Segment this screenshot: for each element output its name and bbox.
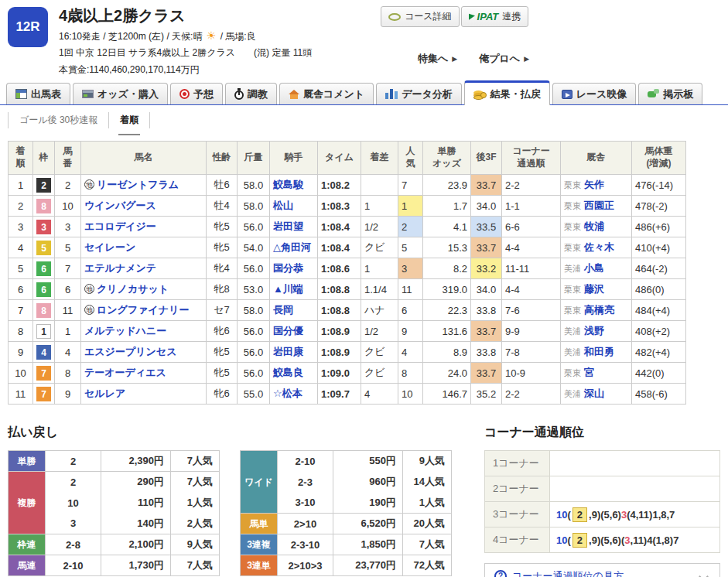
payout-row: 複勝2290円7人気	[9, 472, 220, 493]
jockey-link[interactable]: 岩田康	[273, 346, 303, 357]
results-table-head: 着 順枠馬 番馬名性齢斤量騎手タイム着差人 気単勝 オッズ後3Fコーナー 通過順…	[9, 142, 686, 175]
payout-amount: 2,390円	[101, 451, 171, 472]
col-header-odds: 単勝 オッズ	[423, 142, 471, 175]
horse-link[interactable]: エテルナメンテ	[84, 262, 156, 274]
jockey-link[interactable]: 長岡	[273, 304, 293, 316]
tab-data-analysis[interactable]: データ分析	[376, 83, 462, 104]
horse-link[interactable]: クリノカサット	[97, 283, 169, 295]
target-icon	[179, 89, 190, 99]
payout-type-umaren: 馬連	[9, 555, 46, 576]
tab-board[interactable]: 掲示板	[638, 83, 702, 104]
trainer-link[interactable]: 小島	[584, 262, 604, 274]
horse-link[interactable]: エコロデイジー	[84, 220, 156, 232]
jockey-link[interactable]: ☆松本	[273, 388, 302, 399]
tab-chokyo[interactable]: 調教	[225, 83, 277, 104]
jockey-link[interactable]: △角田河	[273, 241, 311, 253]
horse-number-cell: 8	[55, 363, 81, 384]
payout-combo: 10	[46, 493, 101, 514]
last3f-cell: 35.2	[471, 384, 502, 405]
corner-value	[550, 451, 720, 476]
col-header-pop: 人 気	[398, 142, 423, 175]
jockey-link[interactable]: 松山	[273, 200, 293, 211]
time-cell: 1:08.9	[318, 342, 361, 363]
tab-yosou[interactable]: 予想	[170, 83, 223, 104]
frame-cell: 7	[33, 363, 55, 384]
corner-row: 1コーナー	[485, 451, 720, 476]
trainer-link[interactable]: 佐々木	[584, 241, 614, 253]
course-oval-icon	[388, 13, 401, 21]
jockey-link[interactable]: 鮫島駿	[273, 179, 303, 190]
payout-amount: 190円	[333, 493, 403, 514]
payout-combo: 3-10	[278, 493, 333, 514]
odds-cell: 319.0	[423, 279, 471, 300]
trainer-link[interactable]: 牧浦	[584, 220, 604, 232]
corner-order-cell: 11-11	[502, 258, 561, 279]
horse-weight-cell: 464(-2)	[632, 258, 686, 279]
odds-cell: 22.3	[423, 300, 471, 321]
horse-link[interactable]: テーオーディエス	[84, 367, 166, 378]
payout-amount: 110円	[101, 493, 171, 514]
horse-link[interactable]: ロングファイナリー	[97, 304, 189, 316]
jockey-link[interactable]: 国分優	[273, 325, 303, 336]
subtab-order[interactable]: 着順	[108, 112, 150, 128]
jockey-link[interactable]: 国分恭	[273, 262, 303, 274]
stable-cell: 美浦浅野	[561, 321, 632, 342]
horse-link[interactable]: セイレーン	[84, 241, 135, 253]
trainer-link[interactable]: 高橋亮	[584, 304, 614, 316]
coins-icon	[473, 89, 487, 100]
frame-cell: 6	[33, 279, 55, 300]
course-detail-button[interactable]: コース詳細	[381, 6, 460, 27]
stable-cell: 栗東高橋亮	[561, 300, 632, 321]
trainer-link[interactable]: 矢作	[584, 179, 604, 190]
orepro-link[interactable]: 俺プロへ ▶	[479, 52, 529, 66]
tab-shutsuba[interactable]: 出馬表	[6, 83, 70, 104]
stable-region: 栗東	[564, 285, 581, 294]
tab-stable-comment[interactable]: 厩舎コメント	[279, 83, 374, 104]
frame-cell: 6	[33, 258, 55, 279]
trainer-link[interactable]: 宮	[584, 367, 594, 378]
pos-cell: 3	[9, 217, 33, 237]
last3f-cell: 33.5	[471, 217, 502, 237]
jockey-cell: 松山	[270, 196, 318, 217]
tab-results-payout[interactable]: 結果・払戻	[464, 80, 550, 105]
jockey-cell: 国分恭	[270, 258, 318, 279]
trainer-link[interactable]: 深山	[584, 388, 604, 399]
horse-link[interactable]: ウインバグース	[84, 200, 156, 211]
col-header-num: 馬 番	[55, 142, 81, 175]
horse-link[interactable]: セルレア	[84, 388, 125, 399]
jockey-link[interactable]: 鮫島良	[273, 367, 303, 378]
tab-label: 厩舎コメント	[303, 87, 364, 101]
subtab-goal-flash[interactable]: ゴール後 30秒速報	[8, 112, 108, 128]
horse-name-cell: メルテッドハニー	[81, 321, 207, 342]
corner-row: 3コーナー10(2,9)(5,6)3(4,11)1,8,7	[485, 502, 720, 527]
payout-type-fukusho: 複勝	[9, 472, 46, 534]
trainer-link[interactable]: 西園正	[584, 200, 614, 211]
corner-order-cell: 4-4	[502, 279, 561, 300]
tab-odds[interactable]: オッズ・購入	[73, 83, 168, 104]
jockey-link[interactable]: ▲川端	[273, 283, 303, 295]
table-row: 944エスジープリンセス牝556.0岩田康1:08.9クビ48.933.87-8…	[9, 342, 686, 363]
horse-weight-cell: 478(-2)	[632, 196, 686, 217]
popularity-cell: 5	[398, 237, 423, 258]
horse-link[interactable]: メルテッドハニー	[84, 325, 166, 336]
jockey-link[interactable]: 岩田望	[273, 220, 303, 232]
horse-link[interactable]: エスジープリンセス	[84, 346, 176, 357]
odds-cell: 15.3	[423, 237, 471, 258]
corner-help-accordion[interactable]: ? コーナー通過順位の見方	[484, 563, 720, 577]
trainer-link[interactable]: 浅野	[584, 325, 604, 336]
frame-box: 3	[36, 220, 51, 234]
corner-order-text: ,9)(5,6)(	[589, 534, 624, 546]
tab-race-video[interactable]: レース映像	[552, 83, 637, 104]
trainer-link[interactable]: 和田勇	[584, 346, 614, 357]
popularity-cell: 3	[398, 258, 423, 279]
tokushu-link[interactable]: 特集へ ▶	[418, 52, 457, 66]
sex-age-cell: 牝6	[207, 384, 238, 405]
horse-link[interactable]: リーゼントフラム	[97, 179, 179, 190]
payout-amount: 550円	[333, 451, 403, 472]
corner-label: 3コーナー	[485, 502, 550, 527]
trainer-link[interactable]: 藤沢	[584, 283, 604, 295]
sex-age-cell: 牡6	[207, 175, 238, 196]
horse-name-cell: テーオーディエス	[81, 363, 207, 384]
corner-label: 4コーナー	[485, 527, 550, 553]
ipat-button[interactable]: IPAT 連携	[461, 6, 529, 27]
